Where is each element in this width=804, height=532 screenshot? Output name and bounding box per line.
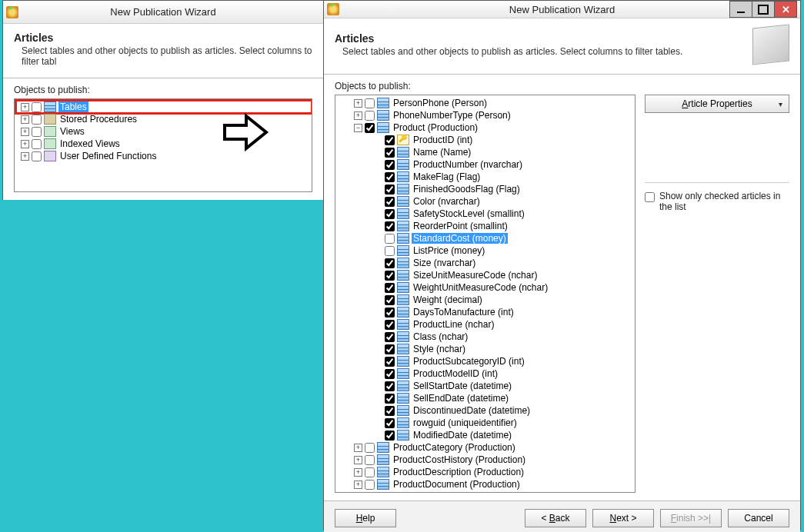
tree-checkbox[interactable] [32, 115, 42, 125]
tree-checkbox[interactable] [365, 467, 375, 477]
expander-icon[interactable]: + [21, 152, 29, 161]
tree-checkbox[interactable] [385, 209, 395, 219]
tree-checkbox[interactable] [385, 197, 395, 207]
tree-node[interactable]: +Tables [16, 101, 312, 113]
tree-checkbox[interactable] [32, 151, 42, 161]
tree-checkbox[interactable] [385, 221, 395, 231]
tree-node[interactable]: FinishedGoodsFlag (Flag) [337, 183, 635, 195]
tree-node[interactable]: ProductLine (nchar) [337, 318, 635, 331]
expander-icon[interactable]: + [21, 103, 29, 111]
titlebar[interactable]: New Publication Wizard [324, 1, 800, 18]
tree-node[interactable]: MakeFlag (Flag) [337, 171, 635, 183]
tree-node[interactable]: +PersonPhone (Person) [337, 97, 635, 109]
tree-checkbox[interactable] [385, 369, 395, 379]
expander-icon[interactable]: + [21, 128, 29, 136]
back-button[interactable]: < Back [525, 509, 586, 527]
tree-checkbox[interactable] [385, 185, 395, 195]
tree-checkbox[interactable] [32, 139, 42, 149]
tree-checkbox[interactable] [365, 111, 375, 121]
tree-node[interactable]: +ProductCategory (Production) [337, 441, 635, 454]
tree-checkbox[interactable] [365, 443, 375, 453]
expander-icon[interactable]: + [354, 468, 362, 477]
show-checked-only-checkbox[interactable] [645, 192, 655, 202]
tree-node[interactable]: WeightUnitMeasureCode (nchar) [337, 281, 635, 294]
tree-checkbox[interactable] [385, 271, 395, 281]
tree-checkbox[interactable] [365, 123, 375, 133]
tree-checkbox[interactable] [385, 148, 395, 158]
tree-checkbox[interactable] [385, 246, 395, 256]
tree-checkbox[interactable] [385, 431, 395, 441]
tree-checkbox[interactable] [385, 320, 395, 330]
tree-checkbox[interactable] [385, 381, 395, 391]
tree-node[interactable]: Color (nvarchar) [337, 195, 635, 208]
tree-checkbox[interactable] [385, 308, 395, 318]
tree-node[interactable]: ListPrice (money) [337, 244, 635, 257]
show-checked-only[interactable]: Show only checked articles in the list [645, 191, 789, 212]
expander-icon[interactable]: + [21, 115, 29, 124]
tree-node[interactable]: Size (nvarchar) [337, 257, 635, 269]
tree-node[interactable]: DiscontinuedDate (datetime) [337, 404, 635, 417]
tree-node[interactable]: SellEndDate (datetime) [337, 392, 635, 404]
tree-node[interactable]: +ProductDescription (Production) [337, 466, 635, 478]
expander-icon[interactable]: + [354, 456, 362, 464]
tree-checkbox[interactable] [385, 234, 395, 244]
tree-node[interactable]: +Indexed Views [16, 138, 312, 150]
tree-checkbox[interactable] [385, 283, 395, 293]
tree-node[interactable]: +ProductDocument (Production) [337, 478, 635, 490]
object-tree[interactable]: +PersonPhone (Person)+PhoneNumberType (P… [335, 95, 636, 493]
help-button[interactable]: Help [335, 509, 396, 527]
tree-node[interactable]: −Product (Production) [337, 121, 635, 134]
expander-icon[interactable]: + [354, 444, 362, 452]
tree-node[interactable]: SizeUnitMeasureCode (nchar) [337, 269, 635, 281]
tree-checkbox[interactable] [385, 394, 395, 404]
tree-checkbox[interactable] [32, 127, 42, 137]
tree-checkbox[interactable] [385, 258, 395, 268]
tree-node[interactable]: StandardCost (money) [337, 232, 635, 244]
tree-checkbox[interactable] [385, 406, 395, 416]
minimize-button[interactable] [729, 1, 752, 18]
tree-node[interactable]: Weight (decimal) [337, 294, 635, 306]
tree-node[interactable]: rowguid (uniqueidentifier) [337, 417, 635, 429]
article-properties-button[interactable]: Article Properties [645, 95, 789, 113]
tree-node[interactable]: Style (nchar) [337, 343, 635, 355]
finish-button[interactable]: Finish >>| [660, 509, 722, 527]
tree-checkbox[interactable] [385, 418, 395, 428]
tree-node[interactable]: Name (Name) [337, 146, 635, 158]
tree-node[interactable]: +Views [16, 125, 312, 138]
expander-icon[interactable]: + [354, 111, 362, 120]
tree-checkbox[interactable] [385, 295, 395, 305]
tree-checkbox[interactable] [365, 455, 375, 465]
object-tree-left[interactable]: +Tables+Stored Procedures+Views+Indexed … [14, 98, 312, 192]
tree-node[interactable]: ProductID (int) [337, 134, 635, 146]
tree-checkbox[interactable] [385, 332, 395, 342]
tree-checkbox[interactable] [385, 160, 395, 170]
tree-node[interactable]: ProductModelID (int) [337, 367, 635, 380]
tree-checkbox[interactable] [365, 480, 375, 490]
next-button[interactable]: Next > [592, 509, 654, 527]
expander-icon[interactable]: + [354, 480, 362, 489]
tree-checkbox[interactable] [32, 102, 42, 112]
tree-node[interactable]: +User Defined Functions [16, 150, 312, 162]
tree-node[interactable]: SellStartDate (datetime) [337, 380, 635, 392]
tree-node[interactable]: ProductSubcategoryID (int) [337, 355, 635, 367]
tree-node[interactable]: +ProductCostHistory (Production) [337, 454, 635, 466]
close-button[interactable] [774, 1, 797, 18]
cancel-button[interactable]: Cancel [728, 509, 789, 527]
expander-icon[interactable]: + [354, 99, 362, 108]
tree-node[interactable]: ProductNumber (nvarchar) [337, 158, 635, 171]
tree-node[interactable]: Class (nchar) [337, 331, 635, 343]
tree-checkbox[interactable] [385, 172, 395, 182]
tree-node[interactable]: ReorderPoint (smallint) [337, 220, 635, 232]
expander-icon[interactable]: − [354, 124, 362, 132]
tree-checkbox[interactable] [365, 98, 375, 108]
tree-node[interactable]: SafetyStockLevel (smallint) [337, 208, 635, 220]
tree-node[interactable]: ModifiedDate (datetime) [337, 429, 635, 441]
tree-node[interactable]: DaysToManufacture (int) [337, 306, 635, 318]
tree-node[interactable]: +PhoneNumberType (Person) [337, 109, 635, 121]
expander-icon[interactable]: + [21, 140, 29, 148]
maximize-button[interactable] [752, 1, 775, 18]
tree-checkbox[interactable] [385, 135, 395, 145]
tree-node[interactable]: +Stored Procedures [16, 113, 312, 125]
tree-checkbox[interactable] [385, 357, 395, 367]
tree-checkbox[interactable] [385, 344, 395, 354]
